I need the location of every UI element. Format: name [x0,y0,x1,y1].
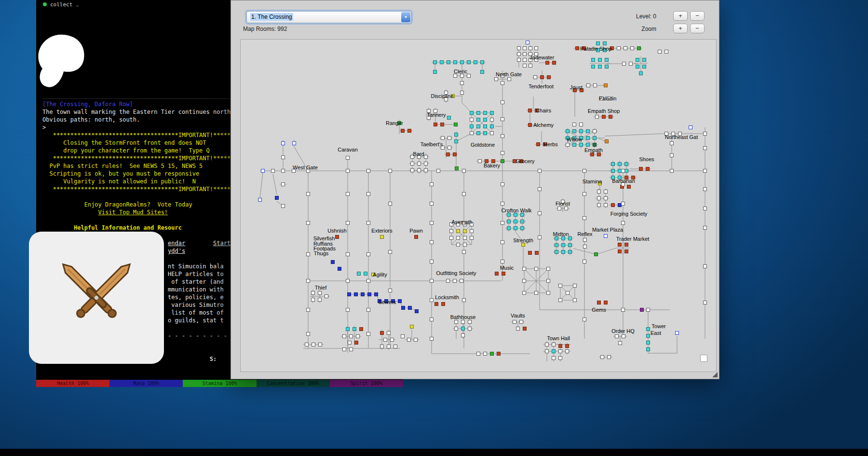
map-room[interactable] [380,345,384,348]
zoom-decrease-button[interactable]: − [690,24,705,33]
map-room[interactable] [535,251,539,255]
map-room[interactable] [312,343,315,346]
map-room[interactable] [547,267,550,271]
map-room[interactable] [562,237,565,240]
map-room[interactable] [461,91,464,95]
map-room[interactable] [595,253,598,256]
map-room[interactable] [430,299,434,302]
map-room[interactable] [461,82,464,85]
map-room[interactable] [411,162,414,166]
map-room[interactable] [462,193,466,196]
map-room[interactable] [408,306,412,310]
map-room[interactable] [704,226,707,230]
map-room[interactable] [704,188,707,191]
zoom-increase-button[interactable]: + [673,24,688,33]
map-room[interactable] [430,221,434,225]
map-room[interactable] [597,190,601,193]
map-room[interactable] [618,163,622,166]
map-room[interactable] [583,260,586,263]
map-room[interactable] [468,320,472,324]
chevron-down-icon[interactable]: ⌄ [76,2,79,7]
map-room[interactable] [615,335,619,338]
map-room[interactable] [312,291,315,295]
map-room[interactable] [441,123,444,126]
map-room[interactable] [430,260,434,263]
map-room[interactable] [647,334,650,338]
map-room[interactable] [670,142,674,145]
map-room[interactable] [389,169,392,173]
map-room[interactable] [307,193,310,196]
map-room[interactable] [592,58,595,62]
map-room[interactable] [367,279,370,283]
map-room[interactable] [569,244,572,247]
map-room[interactable] [463,230,467,233]
map-room[interactable] [424,155,428,159]
map-room[interactable] [529,251,532,255]
map-room[interactable] [430,337,434,341]
map-room[interactable] [307,253,310,256]
map-room[interactable] [676,332,679,335]
map-room[interactable] [617,47,621,50]
map-room[interactable] [521,227,524,230]
map-room[interactable] [573,143,576,147]
map-room[interactable] [646,167,650,171]
map-room[interactable] [410,325,414,329]
map-room[interactable] [484,132,487,135]
map-room[interactable] [460,279,463,283]
map-room[interactable] [501,183,504,186]
map-room[interactable] [346,279,350,283]
level-decrease-button[interactable]: − [690,11,705,21]
map-room[interactable] [470,111,474,115]
map-room[interactable] [611,163,615,166]
map-room[interactable] [319,343,322,346]
map-room[interactable] [448,137,451,140]
map-room[interactable] [521,213,524,217]
map-room[interactable] [507,213,511,217]
map-room[interactable] [343,335,346,338]
map-room[interactable] [665,50,668,54]
map-room[interactable] [535,47,538,50]
map-room[interactable] [535,267,538,271]
map-room[interactable] [566,291,570,295]
map-room[interactable] [401,129,405,133]
map-room[interactable] [387,345,391,348]
map-room[interactable] [559,345,562,348]
map-room[interactable] [282,169,285,173]
map-room[interactable] [559,357,562,360]
map-room[interactable] [354,293,358,296]
map-room[interactable] [604,84,608,87]
map-room[interactable] [545,343,549,346]
map-room[interactable] [348,293,351,296]
map-room[interactable] [559,284,562,288]
map-room[interactable] [514,213,517,217]
map-room[interactable] [453,279,457,283]
map-room[interactable] [555,237,558,240]
map-room[interactable] [346,156,350,160]
map-room[interactable] [408,129,411,133]
map-room[interactable] [470,125,474,128]
map-room[interactable] [625,243,628,247]
map-room[interactable] [477,118,480,122]
map-room[interactable] [604,204,608,207]
map-room[interactable] [367,332,370,336]
map-room[interactable] [307,308,310,312]
map-room[interactable] [514,227,517,230]
map-room[interactable] [580,123,583,126]
map-room[interactable] [591,153,594,156]
map-room[interactable] [462,250,466,254]
map-room[interactable] [364,272,367,276]
map-room[interactable] [604,190,608,193]
map-room[interactable] [569,250,572,254]
map-room[interactable] [593,137,597,140]
map-room[interactable] [608,356,611,359]
map-room[interactable] [477,132,480,135]
map-room[interactable] [312,298,315,302]
map-room[interactable] [387,332,391,335]
map-room[interactable] [586,130,590,133]
map-room[interactable] [597,197,601,200]
map-room[interactable] [275,196,279,200]
map-canvas[interactable]: Paladin ShopJadewaterClericNorth GateTen… [240,39,717,372]
map-room[interactable] [507,227,511,230]
map-room[interactable] [559,299,562,302]
map-room[interactable] [455,327,458,331]
